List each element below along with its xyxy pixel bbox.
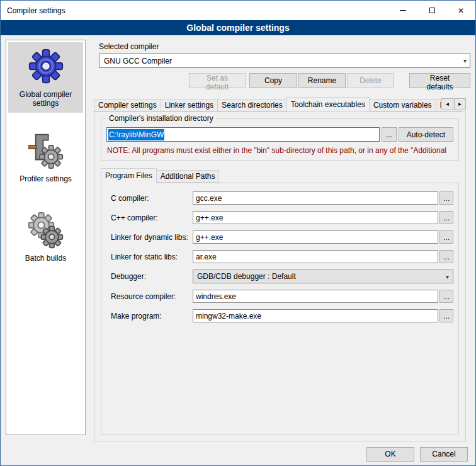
field-value: GDB/CDB debugger : Default [197,272,296,281]
field-row-make-program: Make program: mingw32-make.exe ... [111,309,453,322]
program-files-panel: C compiler: gcc.exe ... C++ compiler: g+… [101,183,459,435]
subtab-additional-paths[interactable]: Additional Paths [156,170,220,183]
tab-search-directories[interactable]: Search directories [217,99,287,111]
field-label: Debugger: [111,272,193,281]
minimize-button[interactable] [388,1,417,20]
field-row-c-compiler: C compiler: gcc.exe ... [111,191,453,205]
copy-button[interactable]: Copy [249,73,297,88]
maximize-button[interactable] [417,1,446,20]
tab-scroll-controls: ◄ ► [441,98,466,110]
sidebar-item-profiler-settings[interactable]: Profiler settings [8,127,83,188]
field-row-dynamic-linker: Linker for dynamic libs: g++.exe ... [111,230,453,244]
debugger-select[interactable]: GDB/CDB debugger : Default ▾ [193,270,453,283]
autodetect-button[interactable]: Auto-detect [399,127,453,142]
settings-sidebar: Global compiler settings [6,40,86,435]
titlebar: Compiler settings ✕ [1,1,475,20]
compiler-settings-window: Compiler settings ✕ Global compiler sett… [0,0,476,466]
cpp-compiler-browse-button[interactable]: ... [439,211,453,224]
close-button[interactable]: ✕ [446,1,475,20]
groupbox-title: Compiler's installation directory [106,114,216,123]
tab-scroll-right-button[interactable]: ► [454,98,466,110]
blue-gear-icon [26,47,65,86]
selected-compiler-value: GNU GCC Compiler [104,57,172,65]
field-value: gcc.exe [196,194,222,203]
field-row-cpp-compiler: C++ compiler: g++.exe ... [111,211,453,224]
tab-linker-settings[interactable]: Linker settings [161,99,218,111]
sidebar-item-label: Batch builds [25,254,66,263]
chevron-down-icon: ▾ [463,57,467,64]
installation-directory-browse-button[interactable]: ... [382,127,397,142]
field-value: g++.exe [196,233,223,242]
compiler-buttons-row: Set as default Copy Rename Delete Reset … [99,73,470,88]
sidebar-item-batch-builds[interactable]: Batch builds [8,207,83,268]
resource-compiler-browse-button[interactable]: ... [439,290,453,303]
installation-directory-row: C:\raylib\MinGW ... Auto-detect [106,127,453,142]
left-arrow-icon: ◄ [445,101,450,107]
field-label: Linker for static libs: [111,253,193,261]
make-program-browse-button[interactable]: ... [439,309,453,322]
field-row-debugger: Debugger: GDB/CDB debugger : Default ▾ [111,270,453,283]
note-text: NOTE: All programs must exist either in … [107,146,453,155]
close-icon: ✕ [458,7,464,14]
set-as-default-button[interactable]: Set as default [189,73,246,88]
c-compiler-input[interactable]: gcc.exe [193,191,438,205]
right-arrow-icon: ► [458,101,463,107]
dynamic-linker-input[interactable]: g++.exe [193,230,438,244]
settings-tabstrip: Compiler settings Linker settings Search… [94,97,466,111]
tab-scroll-left-button[interactable]: ◄ [441,98,453,110]
field-label: Resource compiler: [111,292,193,301]
field-value: g++.exe [196,213,223,222]
cancel-button[interactable]: Cancel [420,447,468,462]
field-row-static-linker: Linker for static libs: ar.exe ... [111,250,453,263]
rename-button[interactable]: Rename [298,73,346,88]
c-compiler-browse-button[interactable]: ... [439,191,453,205]
window-title: Compiler settings [1,6,65,15]
tab-toolchain-executables[interactable]: Toolchain executables [286,97,370,111]
tab-compiler-settings[interactable]: Compiler settings [94,99,161,111]
selected-compiler-select[interactable]: GNU GCC Compiler ▾ [99,54,470,68]
static-linker-browse-button[interactable]: ... [439,250,453,263]
reset-defaults-button[interactable]: Reset defaults [409,73,470,88]
subtab-program-files[interactable]: Program Files [101,168,157,183]
field-label: Make program: [111,312,193,321]
field-value: windres.exe [196,292,236,301]
profiler-clamp-gear-icon [28,131,64,170]
cpp-compiler-input[interactable]: g++.exe [193,211,438,224]
field-value: mingw32-make.exe [196,312,261,321]
main-panel: Selected compiler GNU GCC Compiler ▾ Set… [92,35,470,443]
installation-directory-input[interactable]: C:\raylib\MinGW [106,127,380,142]
field-label: C++ compiler: [111,213,193,222]
toolchain-executables-panel: Compiler's installation directory C:\ray… [94,111,466,441]
tab-custom-variables[interactable]: Custom variables [369,99,436,111]
program-files-tabstrip: Program Files Additional Paths [101,169,459,183]
resource-compiler-input[interactable]: windres.exe [193,290,438,303]
ok-button[interactable]: OK [366,447,414,462]
dialog-banner-title: Global compiler settings [186,23,289,33]
field-value: ar.exe [196,253,217,261]
field-label: Linker for dynamic libs: [111,233,193,242]
sidebar-item-label: Profiler settings [20,174,72,183]
field-label: C compiler: [111,194,193,203]
sidebar-item-global-compiler-settings[interactable]: Global compiler settings [8,42,83,113]
maximize-icon [429,8,435,13]
static-linker-input[interactable]: ar.exe [193,250,438,263]
chevron-down-icon: ▾ [446,273,449,280]
field-row-resource-compiler: Resource compiler: windres.exe ... [111,290,453,303]
minimize-icon [400,10,406,11]
dialog-banner: Global compiler settings [1,20,475,35]
delete-button[interactable]: Delete [347,73,394,88]
selected-compiler-label: Selected compiler [99,42,463,51]
make-program-input[interactable]: mingw32-make.exe [193,309,438,322]
selected-directory-text: C:\raylib\MinGW [108,129,164,140]
dynamic-linker-browse-button[interactable]: ... [439,230,453,244]
stacked-gears-icon [27,212,65,249]
dialog-footer: OK Cancel [1,443,475,465]
window-controls: ✕ [388,1,475,20]
sidebar-item-label: Global compiler settings [9,90,82,108]
installation-directory-groupbox: Compiler's installation directory C:\ray… [101,118,459,161]
